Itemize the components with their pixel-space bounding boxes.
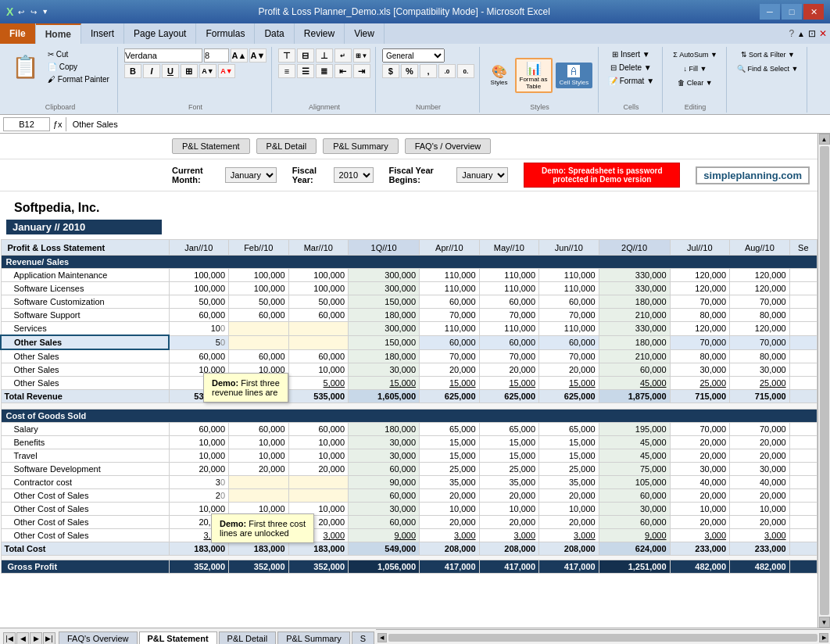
nav-pl-detail[interactable]: P&L Detail	[256, 138, 317, 154]
copy-button[interactable]: 📄 Copy	[45, 61, 113, 73]
row-app-maintenance[interactable]: Application Maintenance	[1, 269, 169, 282]
decrease-font-btn[interactable]: A▼	[249, 48, 267, 63]
decrease-indent-btn[interactable]: ⇤	[335, 64, 352, 78]
align-bottom-btn[interactable]: ⊥	[316, 48, 333, 63]
scroll-thumb[interactable]	[820, 146, 829, 615]
underline-button[interactable]: U	[162, 64, 179, 78]
number-format-select[interactable]: General	[382, 48, 445, 63]
row-other-cost-2[interactable]: Other Cost of Sales	[1, 503, 169, 516]
scroll-right-btn[interactable]: ▶	[819, 633, 828, 642]
wrap-text-btn[interactable]: ↵	[335, 48, 352, 63]
increase-indent-btn[interactable]: ⇥	[353, 64, 370, 78]
tab-next-btn[interactable]: ▶	[30, 632, 42, 644]
decrease-decimal-btn[interactable]: 0.	[457, 64, 474, 78]
align-top-btn[interactable]: ⊤	[278, 48, 295, 63]
nav-pl-summary[interactable]: P&L Summary	[323, 138, 399, 154]
border-button[interactable]: ⊞	[181, 64, 198, 78]
cell-reference-box[interactable]	[3, 117, 50, 131]
row-software-development[interactable]: Software Development	[1, 463, 169, 476]
sheet-tab-pl-detail[interactable]: P&L Detail	[219, 631, 277, 644]
window-restore-icon[interactable]: ⊡	[808, 28, 816, 39]
increase-font-btn[interactable]: A▲	[231, 48, 248, 63]
sheet-tab-s[interactable]: S	[352, 631, 374, 644]
nav-pl-statement[interactable]: P&L Statement	[172, 138, 250, 154]
align-middle-btn[interactable]: ⊟	[297, 48, 314, 63]
format-as-table-button[interactable]: 📊 Format as Table	[515, 58, 553, 93]
clear-button[interactable]: 🗑 Clear ▼	[674, 77, 716, 89]
nav-faqs-overview[interactable]: FAQ's / Overview	[405, 138, 492, 154]
tab-prev-btn[interactable]: ◀	[16, 632, 29, 644]
row-salary[interactable]: Salary	[1, 423, 169, 436]
row-other-sales-2[interactable]: Other Sales	[1, 349, 169, 363]
sheet-tab-pl-statement[interactable]: P&L Statement	[139, 631, 217, 644]
ribbon-minimize-icon[interactable]: ▲	[797, 30, 805, 38]
merge-btn[interactable]: ⊞▼	[353, 48, 370, 63]
quick-access-dropdown[interactable]: ▼	[41, 8, 48, 16]
row-other-sales-selected[interactable]: Other Sales	[1, 335, 169, 349]
tab-first-btn[interactable]: |◀	[3, 632, 16, 644]
minimize-button[interactable]: ─	[760, 4, 780, 20]
quick-access-undo[interactable]: ↩	[16, 8, 26, 16]
currency-btn[interactable]: $	[382, 64, 399, 78]
row-services[interactable]: Services	[1, 322, 169, 336]
cut-button[interactable]: ✂ Cut	[45, 48, 113, 60]
row-software-customization[interactable]: Software Customization	[1, 295, 169, 309]
tab-formulas[interactable]: Formulas	[196, 23, 255, 44]
font-name-input[interactable]: Verdana	[124, 48, 202, 63]
row-contractor-cost[interactable]: Contractor cost	[1, 476, 169, 489]
sort-filter-button[interactable]: ⇅ Sort & Filter ▼	[737, 48, 799, 61]
percent-btn[interactable]: %	[401, 64, 418, 78]
tab-file[interactable]: File	[0, 23, 36, 44]
window-close-icon[interactable]: ✕	[819, 28, 827, 39]
fill-button[interactable]: ↓ Fill ▼	[680, 63, 711, 75]
align-left-btn[interactable]: ≡	[278, 64, 295, 78]
format-painter-button[interactable]: 🖌 Format Painter	[45, 73, 113, 85]
tab-data[interactable]: Data	[255, 23, 294, 44]
row-other-cost-1[interactable]: Other Cost of Sales	[1, 489, 169, 503]
tab-page-layout[interactable]: Page Layout	[124, 23, 196, 44]
conditional-formatting-button[interactable]: 🎨 Styles	[487, 62, 512, 88]
row-other-cost-3[interactable]: Other Cost of Sales	[1, 516, 169, 529]
increase-decimal-btn[interactable]: .0	[438, 64, 456, 78]
row-benefits[interactable]: Benefits	[1, 436, 169, 449]
tab-last-btn[interactable]: ▶|	[43, 632, 55, 644]
horizontal-scroll-thumb[interactable]	[388, 634, 817, 642]
tab-insert[interactable]: Insert	[81, 23, 124, 44]
cell-styles-button[interactable]: 🅰 Cell Styles	[556, 63, 593, 88]
row-other-sales-4[interactable]: Other Sales	[1, 377, 169, 390]
row-software-licenses[interactable]: Software Licenses	[1, 282, 169, 295]
row-travel[interactable]: Travel	[1, 449, 169, 463]
comma-btn[interactable]: ,	[420, 64, 437, 78]
tab-home[interactable]: Home	[36, 23, 81, 44]
vertical-scrollbar[interactable]: ▲ ▼	[817, 134, 830, 628]
scroll-wrapper[interactable]: P&L Statement P&L Detail P&L Summary FAQ…	[0, 134, 817, 628]
row-other-sales-3[interactable]: Other Sales	[1, 363, 169, 377]
close-button[interactable]: ✕	[803, 4, 824, 20]
format-cells-button[interactable]: 📝 Format ▼	[605, 75, 657, 87]
font-size-input[interactable]: 8	[204, 48, 229, 63]
align-right-btn[interactable]: ≣	[316, 64, 333, 78]
bold-button[interactable]: B	[124, 64, 141, 78]
sheet-tab-faqs[interactable]: FAQ's Overview	[59, 631, 138, 644]
paste-button[interactable]: 📋	[8, 52, 43, 82]
autosum-button[interactable]: Σ AutoSum ▼	[669, 48, 721, 61]
fiscal-year-begins-select[interactable]: January	[456, 167, 508, 183]
tab-view[interactable]: View	[345, 23, 385, 44]
insert-cells-button[interactable]: ⊞ Insert ▼	[609, 48, 653, 60]
row-software-support[interactable]: Software Support	[1, 309, 169, 322]
current-month-select[interactable]: January	[225, 167, 277, 183]
font-color-button[interactable]: A▼	[218, 64, 235, 78]
formula-input[interactable]	[70, 120, 827, 129]
row-other-cost-4[interactable]: Other Cost of Sales	[1, 529, 169, 542]
quick-access-redo[interactable]: ↪	[29, 8, 38, 16]
maximize-button[interactable]: □	[782, 4, 802, 20]
italic-button[interactable]: I	[143, 64, 160, 78]
fill-color-button[interactable]: A▼	[199, 64, 216, 78]
horizontal-scrollbar[interactable]: ◀ ▶	[376, 629, 830, 644]
sheet-tab-pl-summary[interactable]: P&L Summary	[277, 631, 350, 644]
help-icon[interactable]: ?	[789, 28, 794, 39]
delete-cells-button[interactable]: ⊟ Delete ▼	[607, 62, 654, 73]
find-select-button[interactable]: 🔍 Find & Select ▼	[733, 63, 802, 75]
fiscal-year-select[interactable]: 2010	[334, 167, 374, 183]
scroll-down-btn[interactable]: ▼	[819, 617, 830, 628]
